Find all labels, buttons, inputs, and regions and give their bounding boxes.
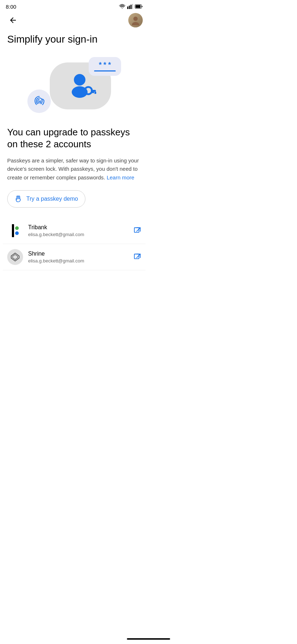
svg-rect-13 (92, 92, 94, 93)
avatar-image (128, 13, 143, 27)
user-avatar[interactable] (128, 13, 143, 27)
account-list: Tribank elisa.g.beckett@gmail.com Shrine… (0, 218, 148, 270)
svg-point-6 (133, 17, 138, 21)
shrine-diamond-icon (10, 252, 20, 262)
main-heading: You can upgrade to passkeys on these 2 a… (7, 126, 141, 151)
password-star-2: * (103, 61, 106, 68)
svg-point-8 (74, 74, 85, 86)
password-bubble: * * * (89, 57, 121, 76)
top-nav (0, 12, 148, 30)
password-star-3: * (108, 61, 111, 68)
tribank-logo-graphic (12, 224, 19, 237)
tribank-logo (7, 223, 23, 239)
try-passkey-demo-button[interactable]: Try a passkey demo (7, 190, 85, 208)
hand-wave-icon (15, 195, 23, 203)
svg-rect-3 (132, 4, 133, 9)
svg-rect-11 (91, 90, 96, 92)
tribank-external-link-icon (133, 227, 141, 235)
svg-point-7 (132, 22, 139, 25)
illustration-container: * * * (24, 53, 125, 118)
battery-icon (135, 4, 143, 9)
page-title: Simplify your sign-in (0, 30, 148, 51)
shrine-email: elisa.g.beckett@gmail.com (28, 258, 133, 264)
tribank-dots (15, 226, 19, 235)
tribank-bar (12, 224, 14, 237)
tribank-account-info: Tribank elisa.g.beckett@gmail.com (28, 224, 133, 237)
tribank-email: elisa.g.beckett@gmail.com (28, 232, 133, 237)
content-section: You can upgrade to passkeys on these 2 a… (0, 123, 148, 218)
wifi-icon (119, 4, 125, 9)
status-time: 8:00 (6, 4, 16, 10)
svg-rect-0 (127, 6, 128, 9)
shrine-logo-bg (7, 249, 23, 265)
shrine-external-link-icon (133, 253, 141, 261)
shrine-account-item[interactable]: Shrine elisa.g.beckett@gmail.com (3, 244, 146, 270)
demo-button-label: Try a passkey demo (26, 196, 78, 202)
tribank-name: Tribank (28, 224, 133, 231)
svg-rect-12 (94, 92, 96, 94)
fingerprint-bubble (27, 90, 51, 113)
password-star-1: * (99, 61, 102, 68)
description-text: Passkeys are a simpler, safer way to sig… (7, 156, 141, 182)
hero-illustration: * * * (0, 51, 148, 123)
shrine-name: Shrine (28, 251, 133, 257)
back-arrow-icon (9, 16, 17, 25)
svg-rect-2 (130, 5, 132, 9)
fingerprint-icon (32, 94, 46, 108)
learn-more-link[interactable]: Learn more (107, 174, 134, 180)
shrine-account-info: Shrine elisa.g.beckett@gmail.com (28, 251, 133, 264)
svg-marker-16 (13, 254, 18, 260)
password-underline (94, 70, 116, 71)
svg-rect-1 (129, 6, 130, 9)
status-bar: 8:00 (0, 0, 148, 12)
svg-rect-5 (136, 5, 141, 8)
back-button[interactable] (6, 13, 20, 27)
shrine-logo (7, 249, 23, 265)
tribank-account-item[interactable]: Tribank elisa.g.beckett@gmail.com (3, 218, 146, 244)
signal-icon (127, 4, 133, 9)
tribank-dot-blue (15, 231, 19, 235)
password-stars: * * * (99, 61, 111, 68)
status-icons (119, 4, 143, 9)
tribank-dot-green (15, 226, 19, 230)
